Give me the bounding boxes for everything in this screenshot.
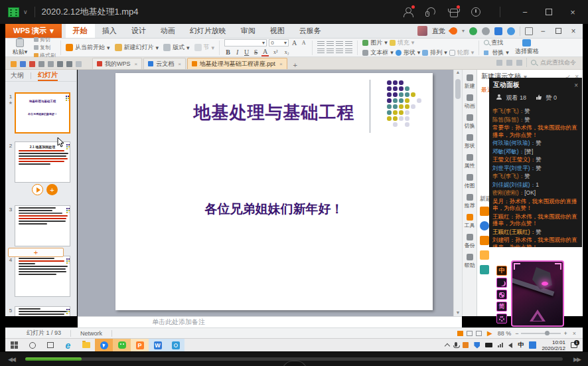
mini-icon[interactable] [496, 60, 502, 66]
task-view-button[interactable] [41, 339, 59, 351]
superscript-button[interactable]: x² [271, 49, 280, 55]
slide-title[interactable]: 地基处理与基础工程 [115, 101, 433, 124]
zoom-slider-knob[interactable] [545, 331, 550, 335]
ime-skin-character-card[interactable] [511, 260, 564, 327]
template-icon[interactable] [480, 221, 489, 230]
pointer-app-icon[interactable] [95, 339, 113, 351]
player-menu-chevron-icon[interactable]: ∨ [23, 9, 28, 15]
ime-language-button[interactable]: 中 [496, 266, 507, 276]
history-icon[interactable] [471, 7, 481, 17]
section-button[interactable]: 节▾ [194, 43, 215, 52]
network-signal-icon[interactable] [498, 343, 503, 347]
ime-simplified-button[interactable]: 简 [496, 302, 507, 312]
flame-icon[interactable] [449, 26, 459, 37]
sidebar-tool-属性[interactable]: 属性 [463, 154, 477, 169]
scroll-down-icon[interactable]: ▼ [454, 310, 462, 315]
sidebar-tool-备份[interactable]: 备份 [463, 234, 477, 249]
wps-restore-button[interactable] [553, 27, 563, 36]
strikethrough-button[interactable]: S [252, 48, 259, 56]
thumbnail-add-button[interactable]: + [46, 184, 58, 195]
slide-sorter-view-button[interactable] [467, 331, 473, 336]
cut-button[interactable]: 剪切 [34, 36, 56, 43]
undo-icon[interactable] [57, 61, 63, 67]
arrange-button[interactable]: 排列▾ [422, 48, 447, 57]
subscript-button[interactable]: x₂ [282, 49, 291, 55]
menu-tab-审阅[interactable]: 审阅 [234, 24, 263, 38]
fill-button[interactable]: 填充▾ [390, 39, 415, 47]
action-center-icon[interactable]: 1 [571, 342, 577, 348]
sidebar-tool-切换[interactable]: 切换 [463, 114, 477, 130]
close-tab-icon[interactable]: × [135, 61, 138, 67]
player-close-button[interactable]: × [567, 7, 579, 17]
sidebar-tool-形状[interactable]: 形状 [463, 134, 477, 149]
close-icon[interactable]: × [574, 82, 578, 89]
slide-thumbnail[interactable] [15, 306, 70, 316]
menu-tab-动画[interactable]: 动画 [153, 24, 183, 38]
menu-tab-开始[interactable]: 开始 [66, 24, 95, 38]
font-size-combo[interactable]: 0▾ [269, 39, 289, 46]
menu-tab-插入[interactable]: 插入 [95, 24, 124, 38]
slide-editor-canvas[interactable]: 地基处理与基础工程 各位兄弟姐妹们新年好！ [78, 70, 453, 316]
wechat-icon[interactable] [113, 339, 131, 351]
menu-tab-视图[interactable]: 视图 [263, 24, 292, 38]
align-right-icon[interactable] [336, 48, 343, 54]
scrollbar-thumb[interactable] [455, 79, 461, 99]
print-preview-icon[interactable] [48, 61, 54, 67]
taskbar-clock[interactable]: 10:01 2020/2/12 [542, 339, 565, 351]
slide-subtitle[interactable]: 各位兄弟姐妹们新年好！ [115, 201, 433, 218]
tray-expand-icon[interactable] [445, 343, 450, 349]
slide[interactable]: 地基处理与基础工程 各位兄弟姐妹们新年好！ [115, 73, 433, 310]
redo-icon[interactable] [66, 61, 72, 67]
font-color-button[interactable]: A [261, 48, 269, 56]
new-slide-button[interactable]: 新建幻灯片▾ [115, 43, 159, 52]
wps-close-button[interactable]: × [568, 27, 579, 36]
player-maximize-button[interactable] [543, 7, 555, 17]
recorder-tray-icon[interactable] [463, 342, 469, 348]
textbox-button[interactable]: 文本框▾ [362, 48, 394, 57]
wps-app-icon[interactable]: P [131, 339, 149, 351]
notes-area[interactable]: 单击此处添加备注 [78, 316, 462, 327]
underline-button[interactable]: U [243, 48, 250, 56]
align-left-icon[interactable] [317, 48, 325, 54]
ime-fullwidth-button[interactable] [496, 278, 507, 288]
mini-icon[interactable] [506, 60, 512, 66]
outline-button[interactable]: 轮廓▾ [449, 48, 475, 57]
export-pdf-icon[interactable] [29, 61, 35, 67]
layout-button[interactable]: 版式▾ [163, 43, 190, 52]
normal-view-button[interactable] [457, 331, 463, 336]
gear-icon[interactable] [482, 27, 490, 35]
open-folder-icon[interactable] [11, 61, 17, 67]
italic-button[interactable]: I [234, 48, 241, 56]
microphone-icon[interactable] [455, 342, 457, 347]
template-icon[interactable] [480, 265, 489, 274]
zoom-in-button[interactable]: + [563, 330, 567, 337]
display-tray-icon[interactable] [485, 343, 492, 347]
app-tray-icon[interactable] [529, 341, 536, 349]
template-icon[interactable] [480, 207, 489, 216]
wps-minimize-button[interactable]: − [538, 27, 548, 36]
align-center-icon[interactable] [327, 48, 334, 54]
sidebar-tool-工具[interactable]: 工具 [463, 214, 477, 229]
start-button[interactable] [5, 339, 23, 351]
video-app-icon[interactable] [167, 339, 184, 351]
slide-thumbnail[interactable] [15, 256, 70, 297]
vertical-scrollbar[interactable]: ▲ ▼ [453, 70, 462, 316]
ime-settings-button[interactable] [496, 314, 507, 323]
scroll-up-icon[interactable]: ▲ [456, 70, 461, 74]
font-name-combo[interactable]: ▾ [224, 39, 267, 46]
indent-decrease-icon[interactable] [336, 41, 343, 47]
forward-button[interactable]: ▶▶ [565, 356, 588, 363]
numbering-icon[interactable] [327, 41, 334, 47]
grow-font-button[interactable]: A [291, 39, 298, 46]
rewind-button[interactable]: ◀◀ [0, 356, 23, 363]
player-controls-handle[interactable] [282, 361, 307, 366]
save-icon[interactable] [20, 61, 26, 67]
sidebar-tool-推荐[interactable]: 推荐 [463, 194, 477, 209]
chat-message-list[interactable]: 李飞(李飞)：赞陈笛(陈笛)：赞常要华：孙术伟，我来围观你的直播串，为你点赞！何… [489, 106, 582, 247]
file-explorer-icon[interactable] [77, 339, 95, 351]
help-icon[interactable] [507, 27, 515, 35]
writer-app-icon[interactable]: W [149, 339, 167, 351]
dropdown-icon[interactable]: ▾ [462, 28, 465, 34]
sidebar-tool-帮助[interactable]: 帮助 [463, 254, 477, 269]
add-slide-button[interactable]: + [8, 248, 64, 257]
